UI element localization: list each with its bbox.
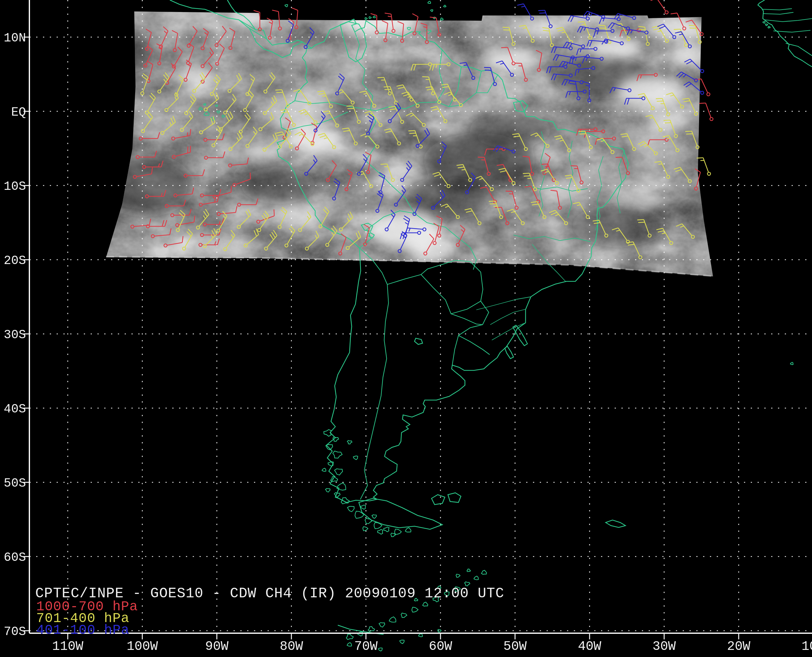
cloud-bright-patch xyxy=(407,237,456,261)
lat-label: 20S xyxy=(4,254,26,268)
lat-label: 10N xyxy=(4,31,26,45)
cloud-dark-patch xyxy=(470,111,551,148)
lat-label: 40S xyxy=(4,402,26,416)
lon-label: 60W xyxy=(429,639,452,654)
lat-label: 70S xyxy=(4,625,26,639)
lat-label: 30S xyxy=(4,328,26,342)
lat-label: EQ xyxy=(11,106,26,119)
lon-label: 70W xyxy=(354,639,378,654)
map-root: 10NEQ10S20S30S40S50S60S70S110W100W90W80W… xyxy=(0,0,812,657)
cloud-bright-patch xyxy=(486,48,541,70)
lat-label: 60S xyxy=(4,551,26,565)
lat-label: 10S xyxy=(4,180,26,193)
lon-label: 80W xyxy=(280,639,303,654)
lon-label: 90W xyxy=(205,639,229,654)
cloud-dark-patch xyxy=(241,167,315,204)
cloud-bright-patch xyxy=(272,205,322,227)
lon-label: 20W xyxy=(727,639,750,654)
lon-label: 110W xyxy=(52,639,84,654)
cloud-bright-patch xyxy=(572,166,603,182)
cloud-bright-patch xyxy=(647,110,690,132)
lon-label: 100W xyxy=(127,639,158,654)
legend-item-high: 401-100 hPa xyxy=(36,623,129,637)
cloud-bright-patch xyxy=(609,185,665,210)
cloud-bright-patch xyxy=(351,149,382,165)
cloud-bright-patch xyxy=(504,16,572,37)
lon-label: 40W xyxy=(578,639,602,654)
lat-label: 50S xyxy=(4,476,26,490)
cloud-bright-patch xyxy=(616,76,684,110)
lon-label: 50W xyxy=(503,639,527,654)
map-canvas: 10NEQ10S20S30S40S50S60S70S110W100W90W80W… xyxy=(0,0,812,657)
cloud-bright-patch xyxy=(325,65,368,83)
lon-label: 30W xyxy=(652,639,676,654)
lon-label: 10W xyxy=(801,639,812,654)
